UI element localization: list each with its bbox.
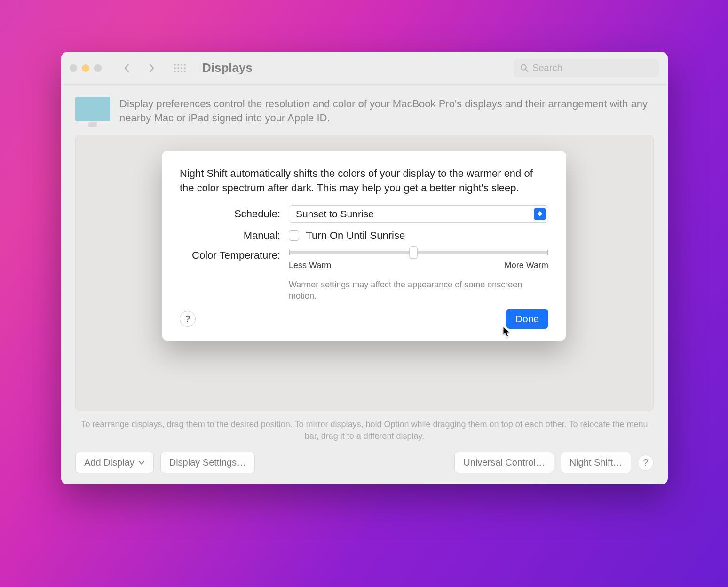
color-temperature-label: Color Temperature:	[180, 248, 289, 262]
manual-checkbox-label: Turn On Until Sunrise	[306, 230, 405, 241]
slider-thumb[interactable]	[409, 246, 418, 259]
manual-checkbox[interactable]	[289, 230, 299, 241]
done-label: Done	[515, 313, 539, 324]
slider-max-label: More Warm	[505, 261, 548, 270]
color-temperature-slider[interactable]	[289, 251, 548, 254]
night-shift-sheet: Night Shift automatically shifts the col…	[162, 151, 566, 341]
schedule-select[interactable]: Sunset to Sunrise	[289, 205, 548, 223]
sheet-help-label: ?	[185, 314, 190, 325]
night-shift-description: Night Shift automatically shifts the col…	[180, 167, 548, 196]
slider-min-tick	[289, 250, 290, 255]
manual-label: Manual:	[180, 230, 289, 242]
slider-max-tick	[547, 250, 548, 255]
updown-caret-icon	[534, 208, 546, 220]
schedule-label: Schedule:	[180, 208, 289, 220]
done-button[interactable]: Done	[506, 309, 548, 329]
slider-note: Warmer settings may affect the appearanc…	[289, 279, 548, 302]
desktop-wallpaper: Displays Display preferences control the…	[0, 0, 728, 587]
sheet-help-button[interactable]: ?	[180, 311, 196, 327]
schedule-value: Sunset to Sunrise	[296, 208, 374, 220]
slider-min-label: Less Warm	[289, 261, 331, 270]
